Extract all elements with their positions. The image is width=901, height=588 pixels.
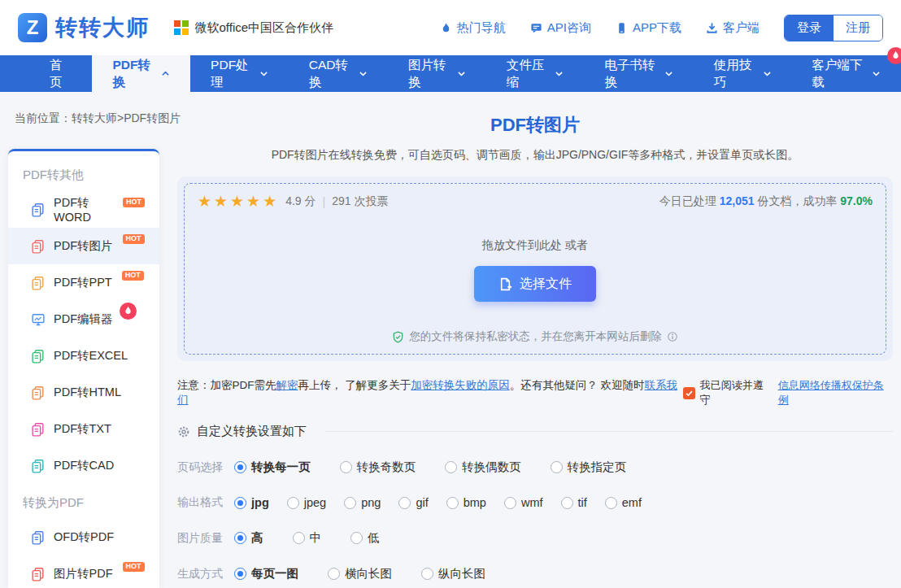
rating-votes: 291 次投票 xyxy=(332,194,388,209)
ofd-to-pdf-icon xyxy=(31,530,46,545)
nav-item-cad-convert[interactable]: CAD转换 xyxy=(289,55,388,92)
nav-item-tips[interactable]: 使用技巧 xyxy=(694,55,792,92)
radio-option-output-format-6[interactable]: tif xyxy=(561,496,587,509)
radio-option-page-select-1[interactable]: 转换奇数页 xyxy=(340,460,416,475)
radio-unselected-icon[interactable] xyxy=(340,461,352,473)
login-button[interactable]: 登录 xyxy=(785,15,834,41)
sidebar-item-ofd-to-pdf[interactable]: OFD转PDF xyxy=(8,519,159,555)
upload-dropzone[interactable]: ★★★★★ 4.9 分 | 291 次投票 今日已处理 12,051 份文档，成… xyxy=(184,183,886,355)
agreement-checkbox[interactable] xyxy=(683,387,695,399)
radio-option-generate-mode-2[interactable]: 纵向长图 xyxy=(421,566,485,581)
radio-unselected-icon[interactable] xyxy=(445,461,457,473)
pdf-to-ppt-icon xyxy=(31,276,46,290)
sidebar-item-pdf-to-image[interactable]: PDF转图片HOT xyxy=(8,228,159,264)
note-part-3: 。还有其他疑问？ 欢迎随时 xyxy=(510,379,645,391)
radio-unselected-icon[interactable] xyxy=(421,568,433,580)
radio-option-page-select-2[interactable]: 转换偶数页 xyxy=(445,460,521,475)
header-link-hot-nav[interactable]: 热门导航 xyxy=(440,20,506,36)
radio-option-output-format-2[interactable]: png xyxy=(344,496,381,509)
radio-option-image-quality-1[interactable]: 中 xyxy=(293,530,322,546)
radio-option-output-format-5[interactable]: wmf xyxy=(504,496,543,509)
radio-option-output-format-4[interactable]: bmp xyxy=(446,496,486,509)
chevron-down-icon xyxy=(259,70,268,77)
radio-selected-icon[interactable] xyxy=(234,461,246,473)
header-link-app-download[interactable]: APP下载 xyxy=(616,20,681,36)
radio-unselected-icon[interactable] xyxy=(350,532,363,544)
radio-unselected-icon[interactable] xyxy=(344,497,356,509)
agreement-link[interactable]: 信息网络传播权保护条例 xyxy=(778,378,893,407)
failure-reason-link[interactable]: 加密转换失败的原因 xyxy=(411,379,510,391)
radio-option-label: 每页一图 xyxy=(251,566,298,581)
star-rating-icon[interactable]: ★★★★★ xyxy=(198,192,279,211)
radio-option-image-quality-2[interactable]: 低 xyxy=(350,530,380,546)
sidebar-item-image-to-pdf[interactable]: 图片转PDFHOT xyxy=(8,555,159,588)
decrypt-link[interactable]: 解密 xyxy=(276,379,298,391)
radio-option-output-format-3[interactable]: gif xyxy=(398,496,428,509)
radio-unselected-icon[interactable] xyxy=(287,497,299,509)
main-nav: 首页PDF转换PDF处理CAD转换图片转换文件压缩电子书转换使用技巧客户端下载 xyxy=(0,55,901,92)
sidebar-section-title: 转换为PDF xyxy=(8,484,159,519)
nav-item-label: 客户端下载 xyxy=(812,57,866,91)
sidebar-item-label: PDF转CAD xyxy=(54,458,114,473)
radio-unselected-icon[interactable] xyxy=(605,497,617,509)
upload-card: ★★★★★ 4.9 分 | 291 次投票 今日已处理 12,051 份文档，成… xyxy=(177,176,893,361)
nav-item-home[interactable]: 首页 xyxy=(29,55,92,92)
radio-option-label: 转换偶数页 xyxy=(462,460,521,475)
site-logo[interactable]: Z 转转大师 xyxy=(18,13,150,42)
radio-option-page-select-0[interactable]: 转换每一页 xyxy=(234,460,311,475)
chevron-down-icon xyxy=(872,70,881,77)
daily-stats: 今日已处理 12,051 份文档，成功率 97.0% xyxy=(659,194,873,209)
radio-option-generate-mode-0[interactable]: 每页一图 xyxy=(234,566,298,581)
nav-item-image-convert[interactable]: 图片转换 xyxy=(388,55,486,92)
hot-badge: HOT xyxy=(123,198,145,207)
nav-item-pdf-process[interactable]: PDF处理 xyxy=(190,55,289,92)
radio-unselected-icon[interactable] xyxy=(446,497,459,509)
radio-option-page-select-3[interactable]: 转换指定页 xyxy=(551,460,627,475)
radio-option-output-format-0[interactable]: jpg xyxy=(234,496,269,509)
nav-item-ebook-convert[interactable]: 电子书转换 xyxy=(584,55,693,92)
sidebar-item-pdf-to-txt[interactable]: PDF转TXT xyxy=(8,411,159,447)
radio-option-label: png xyxy=(361,496,381,509)
nav-item-pdf-convert[interactable]: PDF转换 xyxy=(92,55,190,92)
sidebar-item-label: PDF转WORD xyxy=(54,195,113,224)
chevron-down-icon xyxy=(457,70,466,77)
ms-square-0 xyxy=(174,20,181,27)
radio-selected-icon[interactable] xyxy=(234,532,246,544)
info-icon[interactable] xyxy=(667,331,678,342)
sidebar-item-label: OFD转PDF xyxy=(54,529,114,545)
radio-option-output-format-1[interactable]: jpeg xyxy=(287,496,326,509)
pdf-to-cad-icon xyxy=(31,459,46,473)
nav-item-label: 使用技巧 xyxy=(714,57,757,91)
sidebar-item-pdf-to-excel[interactable]: PDF转EXCEL xyxy=(8,338,159,374)
nav-item-file-compress[interactable]: 文件压缩 xyxy=(486,55,585,92)
chevron-down-icon xyxy=(763,70,772,77)
radio-option-label: tif xyxy=(578,496,587,509)
radio-option-generate-mode-1[interactable]: 横向长图 xyxy=(328,566,392,581)
sidebar-item-pdf-to-word[interactable]: PDF转WORDHOT xyxy=(8,191,159,228)
radio-option-output-format-7[interactable]: emf xyxy=(605,496,642,509)
agreement-text: 我已阅读并遵守 xyxy=(700,378,773,407)
select-file-button[interactable]: 选择文件 xyxy=(474,266,596,302)
nav-item-label: 首页 xyxy=(50,57,72,91)
sidebar-item-pdf-to-html[interactable]: PDF转HTML xyxy=(8,374,159,411)
radio-unselected-icon[interactable] xyxy=(551,461,563,473)
radio-unselected-icon[interactable] xyxy=(398,497,411,509)
radio-selected-icon[interactable] xyxy=(234,497,246,509)
sidebar-item-pdf-to-cad[interactable]: PDF转CAD xyxy=(8,447,159,484)
register-button[interactable]: 注册 xyxy=(834,15,882,41)
header-link-api-consult[interactable]: API咨询 xyxy=(530,20,591,36)
ms-square-2 xyxy=(174,28,181,35)
radio-unselected-icon[interactable] xyxy=(504,497,516,509)
fire-badge-icon xyxy=(120,303,137,320)
radio-option-image-quality-0[interactable]: 高 xyxy=(234,530,263,546)
radio-unselected-icon[interactable] xyxy=(328,568,340,580)
radio-selected-icon[interactable] xyxy=(234,568,246,580)
radio-unselected-icon[interactable] xyxy=(293,532,305,544)
sidebar-item-pdf-editor[interactable]: PDF编辑器 xyxy=(8,301,159,338)
sidebar-item-pdf-to-ppt[interactable]: PDF转PPTHOT xyxy=(8,264,159,301)
radio-unselected-icon[interactable] xyxy=(561,497,573,509)
pdf-to-html-icon xyxy=(31,385,46,400)
upload-center: 拖放文件到此处 或者 选择文件 xyxy=(198,211,873,329)
nav-item-client-download[interactable]: 客户端下载 xyxy=(792,55,901,92)
header-link-client[interactable]: 客户端 xyxy=(706,20,760,36)
